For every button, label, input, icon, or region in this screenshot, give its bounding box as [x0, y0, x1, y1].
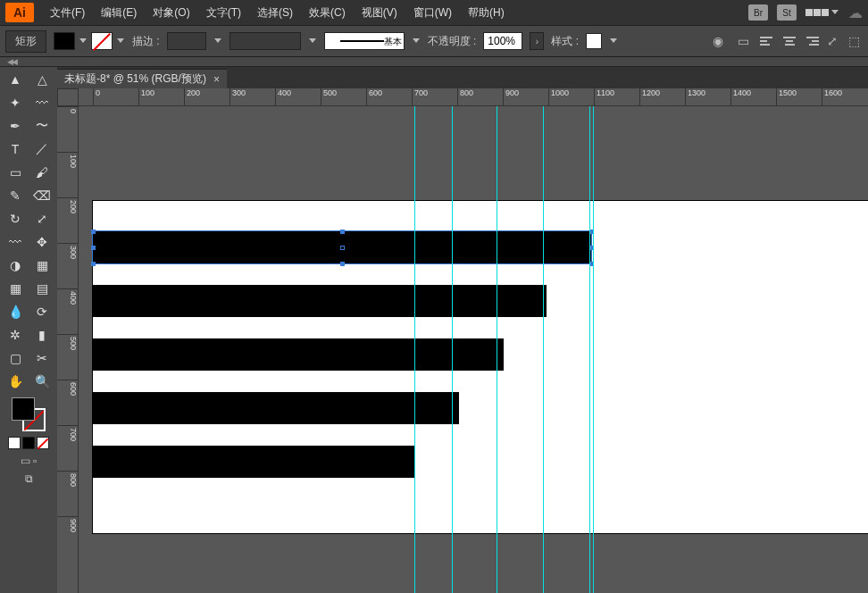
blend-tool[interactable]: ⟳ [29, 301, 54, 322]
stroke-width-dropdown-icon[interactable] [213, 37, 222, 46]
artboard-tool[interactable]: ▢ [3, 347, 28, 369]
zoom-tool[interactable]: 🔍 [29, 371, 54, 392]
pen-tool[interactable]: ✒ [3, 115, 28, 137]
line-segment-tool[interactable]: ／ [29, 138, 54, 160]
vertical-guide[interactable] [452, 106, 453, 593]
h-ruler-tick: 1200 [639, 88, 660, 105]
bridge-button[interactable]: Br [748, 4, 768, 21]
ruler-origin[interactable] [57, 88, 79, 106]
align-right-icon[interactable] [802, 32, 820, 50]
align-buttons: ⤢ ⬚ [759, 32, 863, 50]
recolor-artwork-icon[interactable]: ◉ [709, 32, 727, 50]
horizontal-ruler[interactable]: 0100200300400500600700800900100011001200… [79, 88, 868, 106]
scale-tool[interactable]: ⤢ [29, 208, 54, 230]
screen-mode-buttons[interactable]: ▭ ▫ [21, 455, 38, 467]
selection-handle[interactable] [340, 230, 345, 234]
brush-definition[interactable]: 基本 [324, 32, 405, 50]
vertical-ruler[interactable]: 0100200300400500600700800900 [57, 106, 79, 593]
brush-dropdown-icon[interactable] [412, 37, 421, 46]
rectangle-shape[interactable] [93, 392, 459, 424]
width-tool[interactable]: 〰 [3, 231, 28, 253]
stroke-dropdown-icon[interactable] [116, 37, 125, 46]
curvature-pen-tool[interactable]: 〜 [29, 115, 54, 137]
graphic-style-swatch[interactable] [586, 33, 602, 49]
paintbrush-tool[interactable]: 🖌 [29, 162, 54, 183]
menu-help[interactable]: 帮助(H) [461, 2, 512, 24]
align-left-icon[interactable] [759, 32, 777, 50]
rectangle-shape[interactable] [93, 338, 504, 371]
fill-dropdown-icon[interactable] [79, 37, 88, 46]
direct-selection-tool[interactable]: △ [29, 69, 54, 90]
color-mode-gradient[interactable] [22, 437, 35, 449]
draw-mode-button[interactable]: ⧉ [25, 472, 33, 485]
vertical-guide[interactable] [543, 106, 544, 593]
column-graph-tool[interactable]: ▮ [29, 324, 54, 346]
rectangle-shape[interactable] [93, 285, 547, 317]
color-mode-color[interactable] [8, 437, 21, 449]
transform-icon[interactable]: ⤢ [823, 32, 841, 50]
document-tab-bar: 未标题-8* @ 51% (RGB/预览) × [57, 67, 868, 88]
panel-collapse-handle[interactable]: ◀◀ [0, 57, 868, 67]
align-center-icon[interactable] [780, 32, 798, 50]
stroke-label[interactable]: 描边 : [132, 34, 160, 49]
opacity-field[interactable]: 100% [483, 32, 522, 50]
v-ruler-tick: 600 [57, 380, 78, 396]
fill-stroke-control[interactable] [12, 397, 46, 431]
brush-name-label: 基本 [384, 36, 402, 48]
perspective-grid-tool[interactable]: ▦ [29, 255, 54, 276]
fill-color-box[interactable] [12, 397, 35, 421]
stroke-width-field[interactable] [167, 32, 206, 50]
variable-width-dropdown-icon[interactable] [308, 37, 317, 46]
workspace-switcher[interactable] [805, 8, 839, 17]
sync-settings-icon[interactable]: ☁ [848, 4, 863, 21]
stock-button[interactable]: St [777, 4, 797, 21]
variable-width-profile[interactable] [230, 32, 301, 50]
rectangle-tool[interactable]: ▭ [3, 162, 28, 183]
lasso-tool[interactable]: 〰 [29, 92, 54, 113]
rotate-tool[interactable]: ↻ [3, 208, 28, 230]
isolate-icon[interactable]: ⬚ [845, 32, 863, 50]
gradient-tool[interactable]: ▤ [29, 278, 54, 299]
h-ruler-tick: 200 [184, 88, 200, 105]
close-icon[interactable]: × [213, 73, 220, 86]
shape-builder-tool[interactable]: ◑ [3, 255, 28, 276]
eraser-tool[interactable]: ⌫ [29, 185, 54, 206]
style-label[interactable]: 样式 : [551, 34, 579, 49]
rectangle-shape[interactable] [93, 446, 414, 478]
menu-edit[interactable]: 编辑(E) [94, 2, 144, 24]
vertical-guide[interactable] [593, 106, 594, 593]
menu-file[interactable]: 文件(F) [43, 2, 92, 24]
hand-tool[interactable]: ✋ [3, 371, 28, 392]
vertical-guide[interactable] [497, 106, 497, 593]
fill-swatch[interactable] [54, 32, 75, 50]
menu-effect[interactable]: 效果(C) [302, 2, 353, 24]
menu-window[interactable]: 窗口(W) [406, 2, 459, 24]
symbol-sprayer-tool[interactable]: ✲ [3, 324, 28, 346]
pencil-tool[interactable]: ✎ [3, 185, 28, 206]
magic-wand-tool[interactable]: ✦ [3, 92, 28, 113]
menu-select[interactable]: 选择(S) [250, 2, 300, 24]
selection-handle[interactable] [91, 230, 96, 234]
opacity-label[interactable]: 不透明度 : [428, 34, 477, 49]
color-mode-none[interactable] [37, 437, 49, 449]
vertical-guide[interactable] [589, 106, 590, 593]
selection-handle[interactable] [91, 262, 96, 266]
selection-handle[interactable] [340, 262, 345, 266]
free-transform-tool[interactable]: ✥ [29, 231, 54, 253]
menu-type[interactable]: 文字(T) [199, 2, 248, 24]
selection-tool[interactable]: ▲ [3, 69, 28, 90]
eyedropper-tool[interactable]: 💧 [3, 301, 28, 322]
selection-handle[interactable] [91, 246, 96, 250]
menu-object[interactable]: 对象(O) [146, 2, 196, 24]
type-tool[interactable]: T [3, 138, 28, 160]
canvas[interactable] [79, 106, 868, 593]
mesh-tool[interactable]: ▦ [3, 278, 28, 299]
vertical-guide[interactable] [414, 106, 415, 593]
slice-tool[interactable]: ✂ [29, 347, 54, 369]
menu-view[interactable]: 视图(V) [355, 2, 405, 24]
document-tab[interactable]: 未标题-8* @ 51% (RGB/预览) × [57, 69, 227, 88]
style-dropdown-icon[interactable] [609, 37, 618, 46]
opacity-popup-chevron[interactable]: › [530, 32, 544, 50]
stroke-swatch[interactable] [91, 32, 113, 50]
align-to-icon[interactable]: ▭ [734, 32, 752, 50]
